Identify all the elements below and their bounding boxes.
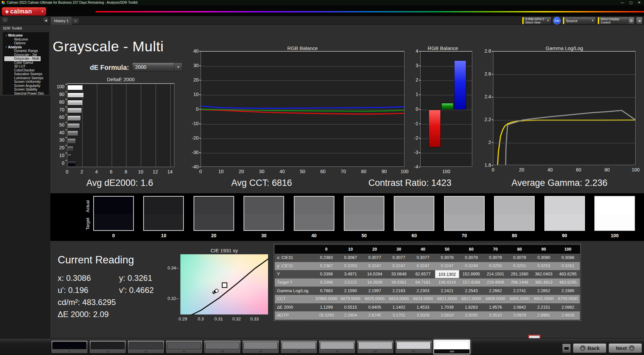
grayscale-pattern-button-30[interactable]: 30 <box>166 340 203 354</box>
grayscale-pattern-button-70[interactable]: 70 <box>319 340 356 354</box>
next-button[interactable]: Next » <box>608 343 642 353</box>
axis-tick-label: 12 <box>148 169 163 174</box>
sidebar-item-spectral-power-dist[interactable]: Spectral Power Dist. <box>5 92 49 95</box>
axis-tick <box>492 142 493 143</box>
back-button[interactable]: « Back <box>573 343 606 353</box>
close-icon[interactable]: ✕ <box>638 1 641 4</box>
table-cell: 3.1701 <box>387 311 411 319</box>
table-cell: 1.1299 <box>314 303 338 311</box>
maximize-icon[interactable]: ▢ <box>629 1 632 4</box>
collapse-toolbar-button[interactable]: ◀ <box>636 17 643 24</box>
axis-tick-label: 70 <box>53 107 64 113</box>
logo-bar: ◈ calman ▾ <box>0 5 644 16</box>
meter-dropdown[interactable]: X-Rite i1Pro 2 Direct View ▼ <box>522 17 551 24</box>
table-cell: 483.6295 <box>556 270 580 278</box>
axis-tick-label: 1 <box>407 92 418 97</box>
table-cell: 296.1448 <box>507 278 532 287</box>
stat-avg-cct: Avg CCT: 6816 <box>188 178 335 188</box>
pattern-level-label: 0 <box>51 350 88 353</box>
table-cell: 0.3247 <box>363 262 387 270</box>
axis-tick <box>419 138 420 139</box>
axis-tick-label: 0.32 <box>230 316 243 321</box>
table-row-label: Y <box>275 272 314 276</box>
grayscale-pattern-button-50[interactable]: 50 <box>242 340 279 354</box>
de-formula-dropdown[interactable]: 2000 ▼ <box>132 62 182 71</box>
pattern-swatch <box>358 342 392 349</box>
axis-tick <box>199 152 201 153</box>
calman-menu-button[interactable]: ◈ calman ▾ <box>2 7 46 16</box>
sidebar-item-colorchecker[interactable]: ColorChecker <box>5 68 49 72</box>
table-cell: 1.9576 <box>483 303 507 311</box>
axis-tick <box>65 107 67 107</box>
deltae-chart: DeltaE 2000 0246810121410090807060504030… <box>53 77 187 177</box>
axis-tick-label: 10 <box>133 169 148 174</box>
grayscale-pattern-button-80[interactable]: 80 <box>357 340 394 354</box>
source-dropdown[interactable]: Source ▼ <box>562 17 596 24</box>
add-tab-button[interactable]: + <box>72 18 79 24</box>
swatch-level-label: 20 <box>194 233 234 238</box>
expand-arrow-icon <box>5 46 7 47</box>
table-row-e-2000: ΔE 20001.12990.55150.84051.14021.45331.7… <box>275 303 580 312</box>
grayscale-pattern-button-20[interactable]: 20 <box>127 340 164 354</box>
settings-button[interactable]: ⚙ <box>628 17 635 24</box>
sidebar-item-screen-uniformity[interactable]: Screen Uniformity <box>5 80 49 84</box>
axis-tick-label: 2.4 <box>478 94 491 100</box>
sidebar-item-luminance-sweeps[interactable]: Luminance Sweeps <box>5 76 49 80</box>
grayscale-pattern-button-40[interactable]: 40 <box>204 340 241 354</box>
axis-tick-label: 2 <box>407 77 418 83</box>
sidebar-item-saturation-sweeps[interactable]: Saturation Sweeps <box>5 72 49 76</box>
tree-group-welcome[interactable]: Welcome <box>5 34 49 38</box>
axis-tick-label: 60 <box>316 169 330 174</box>
rgb-line-plot <box>201 51 405 167</box>
axis-tick-label: 8 <box>118 169 133 174</box>
table-cell: 0.3086 <box>556 254 580 262</box>
table-cell: 2.2151 <box>532 303 556 311</box>
next-chevron-icon: » <box>629 345 635 351</box>
pattern-window-button[interactable] <box>562 344 571 353</box>
table-cell: 0.3398 <box>314 270 338 278</box>
sidebar-item-screen-stability[interactable]: Screen Stability <box>5 88 49 92</box>
sidebar-item-color-gamut[interactable]: Color Gamut <box>5 61 49 65</box>
grayscale-pattern-button-90[interactable]: 90 <box>395 340 432 354</box>
table-column-header: 30 <box>387 245 411 253</box>
sidebar-item-welcome[interactable]: Welcome <box>5 38 49 42</box>
layout-radio-button[interactable]: ● <box>2 17 8 23</box>
axis-tick <box>65 153 67 153</box>
axis-tick <box>199 167 201 167</box>
tab-history-1[interactable]: History 1 <box>50 16 72 25</box>
table-column-header: 60 <box>459 245 483 253</box>
sidebar-item-screen-angularity[interactable]: Screen Angularity <box>5 84 49 88</box>
series-measured-gamma <box>505 110 636 165</box>
back-chevron-icon: « <box>580 345 586 351</box>
table-row-label: Gamma Log/Log <box>275 289 314 293</box>
axis-tick <box>492 74 493 74</box>
axis-tick <box>419 123 420 124</box>
axis-tick <box>419 109 420 110</box>
axis-tick-label: -20 <box>188 135 199 141</box>
rgb-bar-blue <box>454 60 466 110</box>
grayscale-pattern-button-0[interactable]: 0 <box>51 340 88 354</box>
grayscale-pattern-button-100[interactable]: 100 <box>433 340 470 354</box>
sidebar-item-grayscale-multi[interactable]: Grayscale - Multi <box>5 57 40 61</box>
calman-menu-chevron-icon[interactable]: ▾ <box>39 7 46 15</box>
table-row-label: x: CIE31 <box>275 255 314 260</box>
axis-tick-label: 90 <box>53 92 64 97</box>
gridline <box>201 81 404 81</box>
sidebar-item-options[interactable]: Options <box>5 41 49 45</box>
sidebar-item-grayscale-2pt[interactable]: Grayscale - 2pt <box>5 53 49 57</box>
axis-tick-label: 0.34– <box>166 265 178 270</box>
sidebar-collapse-button[interactable]: ◀ <box>43 17 49 23</box>
sidebar-item-dynamic-range[interactable]: Dynamic Range <box>5 49 49 53</box>
tree-group-analysis[interactable]: Analysis <box>5 45 49 49</box>
current-reading-title: Current Reading <box>58 254 134 266</box>
axis-tick-label: 2.2 <box>478 117 491 122</box>
minimize-icon[interactable]: — <box>621 1 624 4</box>
grayscale-swatch-90 <box>544 196 585 231</box>
grayscale-pattern-button-10[interactable]: 10 <box>89 340 126 354</box>
axis-tick-label: 20 <box>514 167 529 172</box>
gridline <box>170 84 171 167</box>
sidebar-item-3d-lut[interactable]: 3D LUT <box>5 64 49 68</box>
workflow-sidebar: SDR Toolkit WelcomeWelcomeOptionsAnalysi… <box>0 25 50 96</box>
axis-tick <box>419 167 420 167</box>
grayscale-pattern-button-60[interactable]: 60 <box>280 340 317 354</box>
